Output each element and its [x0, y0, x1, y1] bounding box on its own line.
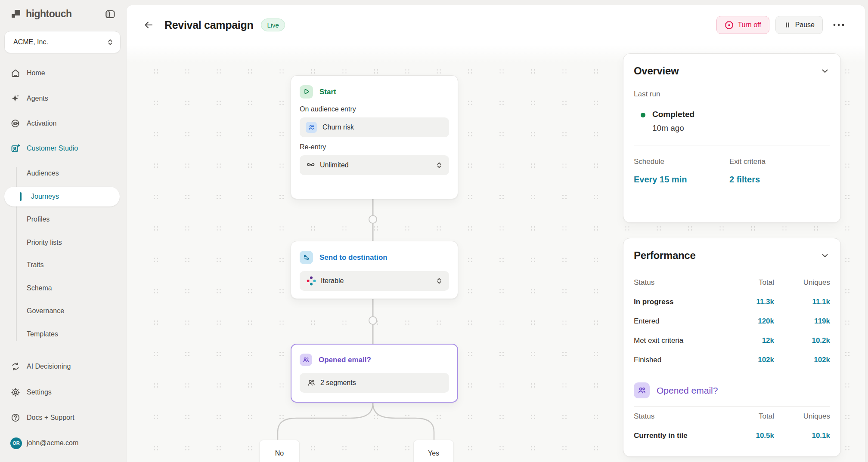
row-total: 120k — [727, 317, 774, 326]
sidebar-item-label: Traits — [27, 261, 43, 269]
sidebar-item-label: Settings — [27, 388, 52, 396]
col-total: Total — [727, 278, 774, 287]
tile-title[interactable]: Opened email? — [657, 385, 718, 396]
start-node[interactable]: Start On audience entry Churn risk Re-en… — [291, 75, 458, 199]
sidebar-item-governance[interactable]: Governance — [0, 303, 127, 319]
row-label: Entered — [634, 317, 727, 326]
col-uniques: Uniques — [774, 412, 830, 421]
branch-yes-node[interactable]: Yes — [413, 440, 454, 462]
col-status: Status — [634, 412, 727, 421]
trigger-label: On audience entry — [300, 105, 449, 113]
audience-select[interactable]: Churn risk — [300, 117, 449, 137]
pause-icon — [784, 21, 791, 29]
gear-icon — [10, 387, 21, 397]
more-options-button[interactable] — [831, 18, 846, 32]
sidebar-item-schema[interactable]: Schema — [0, 280, 127, 296]
destination-select[interactable]: Iterable — [300, 271, 449, 291]
journey-canvas[interactable]: Start On audience entry Churn risk Re-en… — [127, 45, 865, 462]
row-total: 11.3k — [727, 298, 774, 306]
sidebar-item-docs-support[interactable]: Docs + Support — [0, 410, 127, 425]
sidebar-item-audiences[interactable]: Audiences — [0, 166, 127, 181]
status-badge: Live — [261, 18, 285, 31]
sidebar-item-label: Agents — [27, 95, 48, 102]
node-title: Send to destination — [319, 253, 388, 262]
node-title: Opened email? — [319, 356, 371, 364]
back-arrow-icon[interactable] — [143, 19, 154, 31]
chevron-down-icon[interactable] — [820, 250, 830, 261]
branch-no-node[interactable]: No — [259, 440, 300, 462]
hightouch-logo-icon — [10, 8, 22, 19]
audience-icon — [306, 122, 317, 133]
sidebar-item-agents[interactable]: Agents — [0, 91, 127, 106]
page-title: Revival campaign — [164, 19, 253, 31]
infinity-icon — [306, 160, 317, 171]
segments-value: 2 segments — [320, 379, 443, 387]
row-label: Finished — [634, 356, 727, 364]
sidebar-item-profiles[interactable]: Profiles — [0, 212, 127, 227]
brand-name: hightouch — [26, 8, 72, 20]
row-label: Met exit criteria — [634, 336, 727, 345]
table-row: Finished 102k 102k — [634, 350, 830, 370]
sparkle-icon — [10, 93, 21, 104]
exit-criteria-value[interactable]: 2 filters — [729, 175, 830, 185]
segments-select[interactable]: 2 segments — [300, 373, 449, 393]
row-label: In progress — [634, 298, 727, 306]
sidebar-item-label: AI Decisioning — [27, 363, 71, 370]
user-email: john@acme.com — [27, 439, 78, 447]
row-uniques: 10.2k — [774, 336, 830, 345]
play-icon — [300, 85, 313, 99]
destination-icon — [300, 251, 313, 264]
performance-title: Performance — [634, 249, 820, 262]
last-run-status: Completed — [652, 110, 694, 119]
destination-name: Iterable — [321, 277, 435, 285]
sidebar-item-label: Docs + Support — [27, 414, 74, 422]
help-icon — [10, 413, 21, 423]
ellipsis-icon — [833, 24, 844, 26]
sidebar-item-label: Templates — [27, 330, 58, 338]
branch-yes-label: Yes — [428, 450, 439, 462]
sidebar-item-label: Schema — [27, 284, 52, 292]
branch-no-label: No — [275, 450, 284, 462]
node-title: Start — [319, 88, 336, 96]
sidebar-collapse-icon[interactable] — [104, 8, 116, 20]
chevron-updown-icon — [435, 161, 443, 169]
sidebar: hightouch ACME, Inc. Home Agents — [0, 0, 127, 462]
sidebar-item-label: Journeys — [31, 193, 59, 200]
activation-icon — [10, 118, 21, 129]
workspace-selector[interactable]: ACME, Inc. — [4, 31, 121, 53]
main-panel: Revival campaign Live Turn off Pause — [127, 5, 865, 462]
table-row: In progress 11.3k 11.1k — [634, 292, 830, 311]
sidebar-item-customer-studio[interactable]: Customer Studio — [0, 141, 127, 156]
sidebar-item-label: Customer Studio — [27, 145, 78, 152]
pause-button[interactable]: Pause — [775, 16, 823, 34]
reentry-select[interactable]: Unlimited — [300, 155, 449, 175]
overview-title: Overview — [634, 65, 820, 77]
reentry-value: Unlimited — [320, 161, 435, 169]
user-account[interactable]: OR john@acme.com — [0, 435, 127, 451]
workspace-name: ACME, Inc. — [13, 38, 106, 46]
sidebar-item-traits[interactable]: Traits — [0, 257, 127, 273]
segments-icon — [300, 354, 312, 366]
performance-table: Status Total Uniques In progress 11.3k 1… — [634, 273, 830, 370]
sidebar-item-ai-decisioning[interactable]: AI Decisioning — [0, 359, 127, 374]
sidebar-item-settings[interactable]: Settings — [0, 385, 127, 400]
schedule-value[interactable]: Every 15 min — [634, 175, 729, 185]
brand-logo: hightouch — [10, 7, 116, 21]
turn-off-label: Turn off — [738, 21, 761, 29]
exit-criteria-label: Exit criteria — [729, 157, 830, 166]
status-dot — [641, 113, 645, 117]
sidebar-item-templates[interactable]: Templates — [0, 326, 127, 342]
sidebar-item-home[interactable]: Home — [0, 65, 127, 81]
destination-node[interactable]: Send to destination Iterable — [291, 241, 458, 299]
sidebar-item-activation[interactable]: Activation — [0, 116, 127, 131]
chevron-down-icon[interactable] — [820, 66, 830, 76]
sidebar-item-priority-lists[interactable]: Priority lists — [0, 235, 127, 250]
tile-table: Status Total Uniques Currently in tile 1… — [634, 407, 830, 445]
pause-label: Pause — [795, 21, 815, 29]
sidebar-item-journeys[interactable]: Journeys — [4, 187, 120, 206]
row-uniques: 11.1k — [774, 298, 830, 306]
branch-node[interactable]: Opened email? 2 segments — [291, 344, 458, 403]
row-total: 12k — [727, 336, 774, 345]
iterable-logo-icon — [306, 275, 317, 286]
turn-off-button[interactable]: Turn off — [716, 16, 769, 34]
